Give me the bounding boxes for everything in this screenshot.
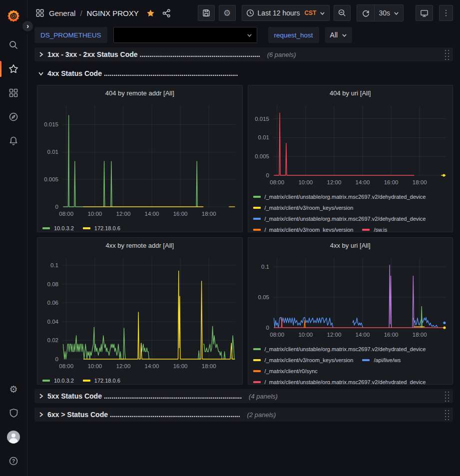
chart-plot-area[interactable]: 00.020.040.060.080.108:0010:0012:0014:00… [37, 251, 242, 372]
row-header-5xx[interactable]: 5xx Status Code ........................… [34, 389, 453, 403]
timeseries-chart[interactable]: 00.0050.010.01508:0010:0012:0014:0016:00… [37, 98, 242, 222]
legend-item[interactable]: /_matrix/client/v3/room_keys/version [253, 202, 354, 213]
variable-value-label: All [330, 31, 338, 39]
time-range-label: Last 12 hours [258, 9, 300, 17]
panel-4xx-by-uri: 4xx by uri [All] 00.050.108:0010:0012:00… [248, 237, 454, 385]
svg-text:0.06: 0.06 [47, 300, 58, 306]
legend-item[interactable]: /sw.js [362, 224, 387, 232]
sidebar-item-help[interactable]: ? [0, 449, 27, 473]
panel-legend: /_matrix/client/unstable/org.matrix.msc2… [248, 190, 453, 232]
sidebar-item-configuration[interactable]: ⚙ [0, 377, 27, 401]
legend-item[interactable]: 10.0.3.2 [42, 223, 74, 232]
chart-plot-area[interactable]: 00.050.108:0010:0012:0014:0016:0018:00 [248, 251, 453, 341]
sidebar-item-starred[interactable] [0, 57, 27, 81]
sidebar-expand-button[interactable]: › [20, 19, 35, 33]
svg-text:16:00: 16:00 [173, 211, 188, 217]
legend-label: /_matrix/client/v3/room_keys/version [265, 357, 354, 363]
svg-text:14:00: 14:00 [145, 363, 159, 369]
legend-item[interactable]: /_matrix/client/unstable/org.matrix.msc2… [253, 213, 426, 224]
dashboard-settings-button[interactable]: ⚙ [219, 5, 236, 21]
panel-title[interactable]: 404 by remote addr [All] [37, 85, 242, 98]
favorite-star-icon[interactable] [146, 9, 155, 17]
sidebar-item-search[interactable] [0, 33, 27, 57]
monitor-icon [420, 9, 429, 17]
row-title-dots: ........................................… [104, 69, 238, 77]
legend-item[interactable]: /_matrix/client/v3/room_keys/version [253, 224, 354, 232]
variable-value-ds-prometheus[interactable] [113, 27, 257, 43]
panel-grid: 404 by remote addr [All] 00.0050.010.015… [34, 85, 453, 385]
refresh-interval-label: 30s [379, 9, 390, 17]
row-title-dots: ........................................… [140, 50, 260, 58]
row-drag-handle[interactable] [444, 409, 450, 421]
sidebar-item-dashboards[interactable] [0, 81, 27, 105]
save-dashboard-button[interactable] [198, 5, 215, 21]
variable-label-ds-prometheus: DS_PROMETHEUS [34, 27, 107, 43]
sidebar-item-alerting[interactable] [0, 129, 27, 153]
row-header-1xx-3xx-2xx[interactable]: 1xx - 3xx - 2xx Status Code ............… [34, 47, 453, 61]
panel-title[interactable]: 404 by uri [All] [248, 85, 453, 98]
panel-title[interactable]: 4xx by remote addr [All] [37, 238, 242, 251]
sidebar-item-server-admin[interactable] [0, 401, 27, 425]
legend-item[interactable]: 172.18.0.6 [83, 223, 120, 232]
svg-text:18:00: 18:00 [412, 332, 427, 338]
legend-label: 172.18.0.6 [94, 225, 120, 231]
svg-text:0.1: 0.1 [50, 262, 58, 268]
sidebar-item-profile[interactable] [0, 425, 27, 449]
apps-grid-icon [35, 8, 44, 17]
row-chevron-icon [37, 411, 44, 418]
legend-item[interactable]: 10.0.3.2 [42, 375, 74, 384]
panel-404-by-uri: 404 by uri [All] 00.0050.010.01508:0010:… [248, 85, 454, 232]
svg-text:0.005: 0.005 [44, 176, 58, 182]
svg-text:12:00: 12:00 [327, 332, 341, 338]
zoom-out-time-button[interactable] [334, 5, 351, 21]
time-range-picker[interactable]: Last 12 hours CST [242, 5, 330, 21]
timeseries-chart[interactable]: 00.050.108:0010:0012:0014:0016:0018:00 [248, 251, 453, 343]
compass-icon [8, 112, 18, 122]
panel-title[interactable]: 4xx by uri [All] [248, 238, 453, 251]
search-icon [8, 40, 18, 50]
row-chevron-icon [37, 51, 44, 58]
chevron-down-icon [320, 10, 325, 16]
row-header-6xx[interactable]: 6xx > Status Code ......................… [34, 408, 453, 422]
sidebar-item-explore[interactable] [0, 105, 27, 129]
chart-plot-area[interactable]: 00.0050.010.01508:0010:0012:0014:0016:00… [37, 98, 242, 220]
more-options-button[interactable]: ⋮ [439, 5, 453, 21]
share-icon[interactable] [162, 9, 171, 17]
legend-swatch [253, 381, 261, 383]
breadcrumb-dashboard-title[interactable]: NGINX PROXY [87, 9, 139, 17]
svg-text:0.01: 0.01 [47, 149, 58, 155]
legend-label: /sw.js [374, 227, 387, 232]
help-circle-icon: ? [8, 456, 18, 466]
legend-item[interactable]: /_matrix/client/unstable/org.matrix.msc2… [253, 191, 426, 202]
apps-grid-icon [8, 88, 18, 98]
refresh-button[interactable] [357, 5, 374, 21]
legend-item[interactable]: /_matrix/client/r0/sync [253, 366, 318, 377]
legend-item[interactable]: /_matrix/client/unstable/org.matrix.msc2… [253, 377, 426, 384]
dashboard-navbar: General / NGINX PROXY [27, 0, 460, 26]
legend-swatch [253, 348, 261, 350]
chart-plot-area[interactable]: 00.0050.010.01508:0010:0012:0014:0016:00… [248, 98, 453, 188]
legend-label: 172.18.0.6 [94, 378, 120, 384]
legend-item[interactable]: 172.18.0.6 [83, 375, 120, 384]
legend-swatch [253, 229, 261, 231]
row-drag-handle[interactable] [444, 49, 450, 60]
tv-mode-button[interactable] [416, 5, 433, 21]
svg-text:0: 0 [55, 356, 58, 362]
legend-item[interactable]: /_matrix/client/unstable/org.matrix.msc2… [253, 344, 426, 355]
chevron-down-icon [342, 32, 347, 38]
row-drag-handle[interactable] [444, 391, 450, 402]
refresh-interval-picker[interactable]: 30s [375, 5, 403, 21]
legend-item[interactable]: /_matrix/client/v3/room_keys/version [253, 355, 354, 366]
dashboard-variables-bar: DS_PROMETHEUS request_host All [27, 26, 460, 44]
timeseries-chart[interactable]: 00.020.040.060.080.108:0010:0012:0014:00… [37, 251, 242, 374]
refresh-icon [362, 9, 370, 17]
breadcrumb-folder[interactable]: General [49, 9, 75, 17]
svg-text:18:00: 18:00 [202, 211, 216, 217]
svg-text:0.1: 0.1 [261, 264, 269, 270]
row-header-4xx[interactable]: 4xx Status Code ........................… [34, 66, 453, 80]
legend-label: /_matrix/client/v3/room_keys/version [265, 205, 354, 211]
row-title: 1xx - 3xx - 2xx Status Code [47, 50, 138, 58]
legend-item[interactable]: /api/live/ws [362, 355, 401, 366]
variable-value-request-host[interactable]: All [325, 27, 353, 43]
timeseries-chart[interactable]: 00.0050.010.01508:0010:0012:0014:0016:00… [248, 98, 453, 190]
